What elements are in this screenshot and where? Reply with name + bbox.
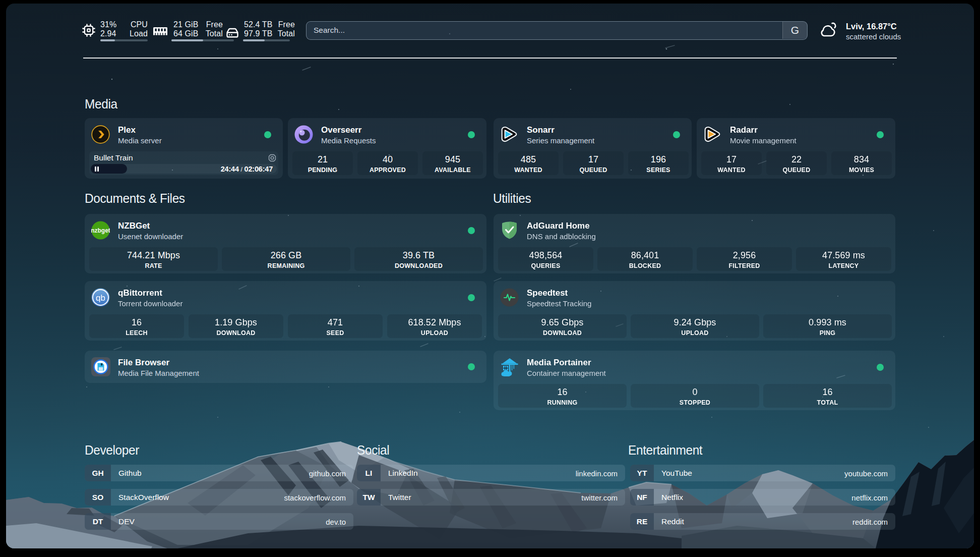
svg-text:nzbget: nzbget [91,227,110,234]
svg-text:qb: qb [96,293,105,303]
